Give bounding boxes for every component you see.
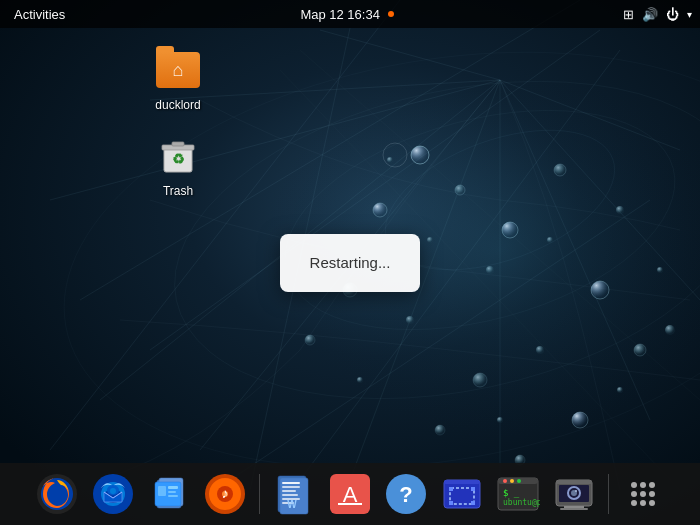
svg-rect-96 <box>449 501 453 505</box>
svg-point-115 <box>649 482 655 488</box>
svg-rect-80 <box>282 486 300 488</box>
svg-rect-68 <box>158 486 166 496</box>
svg-rect-97 <box>471 501 475 505</box>
svg-point-101 <box>510 479 514 483</box>
svg-rect-81 <box>282 490 296 492</box>
home-symbol: ⌂ <box>173 60 184 81</box>
svg-point-116 <box>631 491 637 497</box>
svg-rect-94 <box>449 487 453 491</box>
rhythmbox-icon: ♪ <box>203 472 247 516</box>
dock-separator-1 <box>259 474 260 514</box>
dock-item-firefox[interactable] <box>32 469 82 519</box>
svg-text:?: ? <box>399 482 412 507</box>
svg-point-119 <box>631 500 637 506</box>
svg-point-113 <box>631 482 637 488</box>
dock-item-help[interactable]: ? <box>381 469 431 519</box>
svg-text:ubuntu@pc: ubuntu@pc <box>503 498 540 507</box>
trash-svg: ♻ <box>156 134 200 178</box>
svg-text:♻: ♻ <box>172 151 185 167</box>
trash-label: Trash <box>163 184 193 198</box>
dock-item-camera[interactable] <box>549 469 599 519</box>
restart-text: Restarting... <box>310 254 391 271</box>
svg-point-120 <box>640 500 646 506</box>
topbar-clock-label: Map 12 16:34 <box>300 7 380 22</box>
svg-rect-71 <box>168 495 178 497</box>
svg-point-60 <box>110 488 116 494</box>
dock-item-software-center[interactable]: A <box>325 469 375 519</box>
software-center-icon: A <box>328 472 372 516</box>
dock: ♪ W A <box>0 463 700 525</box>
svg-point-118 <box>649 491 655 497</box>
screenshot-icon <box>440 472 484 516</box>
topbar-right: ⊞ 🔊 ⏻ ▾ <box>623 7 692 22</box>
show-apps-icon <box>621 472 665 516</box>
svg-point-112 <box>575 490 577 492</box>
dock-separator-2 <box>608 474 609 514</box>
thunderbird-icon <box>91 472 135 516</box>
svg-rect-95 <box>471 487 475 491</box>
libreoffice-icon: W <box>272 472 316 516</box>
svg-text:$ _: $ _ <box>503 488 520 498</box>
firefox-icon <box>35 472 79 516</box>
help-icon: ? <box>384 472 428 516</box>
volume-icon[interactable]: 🔊 <box>642 7 658 22</box>
svg-rect-69 <box>168 486 178 489</box>
ducklord-label: ducklord <box>155 98 200 112</box>
svg-rect-108 <box>560 508 588 510</box>
svg-point-121 <box>649 500 655 506</box>
svg-rect-79 <box>282 482 300 484</box>
svg-rect-82 <box>282 494 298 496</box>
power-icon[interactable]: ⏻ <box>666 7 679 22</box>
desktop-icon-trash[interactable]: ♻ Trash <box>138 128 218 202</box>
dock-item-files[interactable] <box>144 469 194 519</box>
trash-icon-img: ♻ <box>154 132 202 180</box>
dock-item-screenshot[interactable] <box>437 469 487 519</box>
activities-button[interactable]: Activities <box>8 7 71 22</box>
folder-body: ⌂ <box>156 52 200 88</box>
restart-dialog: Restarting... <box>280 234 420 292</box>
notification-dot <box>388 11 394 17</box>
dock-item-show-apps[interactable] <box>618 469 668 519</box>
svg-point-100 <box>503 479 507 483</box>
folder-icon-img: ⌂ <box>154 46 202 94</box>
svg-point-102 <box>517 479 521 483</box>
dock-item-thunderbird[interactable] <box>88 469 138 519</box>
topbar: Activities Map 12 16:34 ⊞ 🔊 ⏻ ▾ <box>0 0 700 28</box>
system-menu-arrow[interactable]: ▾ <box>687 9 692 20</box>
dock-item-libreoffice[interactable]: W <box>269 469 319 519</box>
dock-item-terminal[interactable]: $ _ ubuntu@pc <box>493 469 543 519</box>
svg-text:W: W <box>287 499 297 510</box>
svg-point-117 <box>640 491 646 497</box>
desktop-icon-ducklord[interactable]: ⌂ ducklord <box>138 42 218 116</box>
files-icon <box>147 472 191 516</box>
network-icon[interactable]: ⊞ <box>623 7 634 22</box>
camera-icon <box>552 472 596 516</box>
svg-rect-70 <box>168 491 176 493</box>
desktop: Activities Map 12 16:34 ⊞ 🔊 ⏻ ▾ ⌂ du <box>0 0 700 525</box>
dock-item-rhythmbox[interactable]: ♪ <box>200 469 250 519</box>
folder-shape: ⌂ <box>156 52 200 88</box>
svg-point-114 <box>640 482 646 488</box>
topbar-center: Map 12 16:34 <box>71 7 623 22</box>
svg-rect-92 <box>444 480 480 484</box>
svg-text:♪: ♪ <box>222 485 229 501</box>
terminal-icon: $ _ ubuntu@pc <box>496 472 540 516</box>
svg-rect-52 <box>172 142 184 146</box>
svg-rect-106 <box>556 480 592 484</box>
